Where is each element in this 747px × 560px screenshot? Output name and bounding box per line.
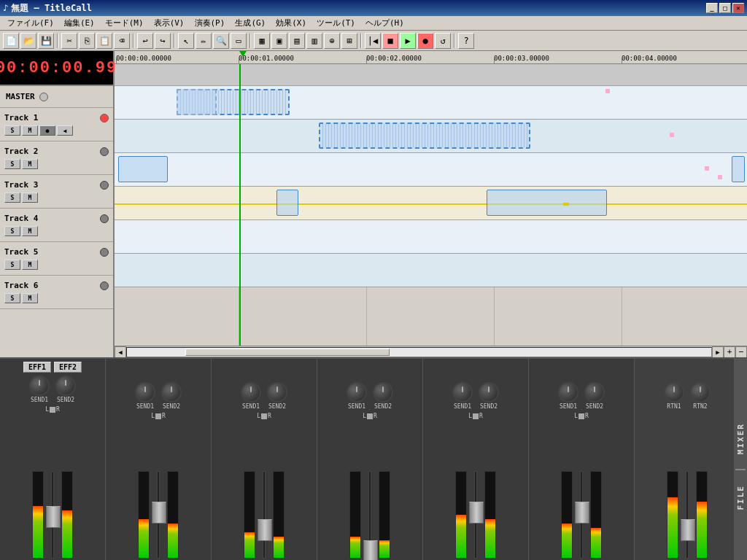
track-2-indicator[interactable] (100, 147, 109, 156)
track-3-solo[interactable]: S (4, 192, 20, 203)
maximize-button[interactable]: □ (719, 3, 731, 13)
track1-fader[interactable] (45, 471, 60, 559)
track1-send2-knob[interactable] (55, 376, 76, 396)
track-5-solo[interactable]: S (4, 260, 20, 270)
track1-fader-handle[interactable] (46, 506, 61, 528)
track6-fader[interactable] (574, 471, 589, 559)
track1-send1-knob[interactable] (29, 376, 50, 396)
zoom-in-button[interactable]: + (724, 346, 735, 358)
track-3-lane[interactable] (115, 153, 747, 187)
new-button[interactable]: 📄 (3, 33, 19, 49)
pan-slider-3[interactable] (263, 413, 265, 419)
track4-send1-knob[interactable] (347, 382, 367, 402)
cut-button[interactable]: ✂ (61, 33, 77, 49)
track-1-solo[interactable]: S (4, 125, 20, 136)
menu-mode[interactable]: モード(M) (101, 16, 148, 30)
help-button[interactable]: ? (458, 33, 474, 49)
menu-file[interactable]: ファイル(F) (3, 16, 58, 30)
scroll-left-button[interactable]: ◀ (115, 346, 126, 358)
track-4-mute[interactable]: M (22, 226, 38, 236)
track3-fader[interactable] (257, 471, 271, 559)
loop-button[interactable]: ↺ (435, 33, 451, 49)
eff2-button[interactable]: EFF2 (54, 362, 82, 373)
track6-send1-knob[interactable] (558, 382, 578, 402)
zoom-tool[interactable]: 🔍 (213, 33, 229, 49)
tool-5[interactable]: ⊕ (324, 33, 340, 49)
copy-button[interactable]: ⎘ (79, 33, 95, 49)
track-3-clip-2[interactable] (732, 156, 745, 182)
track3-send2-knob[interactable] (267, 382, 287, 402)
menu-effects[interactable]: 効果(X) (271, 16, 311, 30)
tool-1[interactable]: ▦ (254, 33, 270, 49)
track3-fader-handle[interactable] (258, 519, 272, 541)
menu-generate[interactable]: 生成(G) (231, 16, 270, 30)
master-lane[interactable] (115, 64, 747, 86)
track5-fader[interactable] (468, 471, 483, 559)
track-3-mute[interactable]: M (22, 192, 38, 203)
track5-send2-knob[interactable] (479, 382, 499, 402)
play-button[interactable]: ▶ (400, 33, 416, 49)
stop-button[interactable]: ■ (382, 33, 398, 49)
pan-slider-2[interactable] (158, 413, 159, 419)
tool-3[interactable]: ▤ (289, 33, 305, 49)
track-6-indicator[interactable] (100, 281, 109, 290)
track-4-indicator[interactable] (100, 214, 109, 223)
pan-slider-5[interactable] (475, 413, 476, 419)
track-6-solo[interactable]: S (4, 293, 20, 303)
menu-view[interactable]: 表示(V) (150, 16, 189, 30)
track2-fader-handle[interactable] (152, 502, 166, 524)
minimize-button[interactable]: _ (706, 3, 718, 13)
close-button[interactable]: ✕ (732, 3, 744, 13)
track5-send1-knob[interactable] (452, 382, 473, 402)
scroll-thumb[interactable] (185, 349, 390, 356)
scroll-right-button[interactable]: ▶ (712, 346, 724, 358)
track-3-clip-1[interactable] (118, 156, 168, 182)
tool-4[interactable]: ▥ (306, 33, 322, 49)
eff1-button[interactable]: EFF1 (23, 362, 51, 373)
paste-button[interactable]: 📋 (96, 33, 112, 49)
pan-slider-1[interactable] (52, 406, 53, 412)
track-1-mute[interactable]: M (22, 125, 38, 136)
pan-slider-6[interactable] (581, 413, 582, 419)
track-5-lane[interactable] (115, 220, 747, 254)
menu-edit[interactable]: 編集(E) (60, 16, 99, 30)
track-4-clip-1[interactable] (276, 190, 298, 216)
scroll-track[interactable] (126, 347, 712, 357)
track-1-lane[interactable] (115, 86, 747, 120)
track4-fader[interactable] (363, 471, 377, 559)
track-1-rec[interactable]: ● (39, 125, 55, 136)
track4-send2-knob[interactable] (373, 382, 393, 402)
timeline-ruler[interactable]: 00:00:00.00000 00:00:01.00000 00:00:02.0… (115, 51, 747, 64)
record-button[interactable]: ● (417, 33, 433, 49)
tool-6[interactable]: ⊞ (341, 33, 357, 49)
pan-slider-4[interactable] (369, 413, 371, 419)
track-4-solo[interactable]: S (4, 226, 20, 236)
track-5-mute[interactable]: M (22, 260, 38, 270)
track-3-indicator[interactable] (100, 181, 109, 190)
track4-fader-handle[interactable] (363, 540, 378, 560)
track-1-clip-2[interactable] (177, 89, 217, 115)
track-2-clip-1[interactable] (319, 122, 530, 149)
track-5-indicator[interactable] (100, 248, 109, 257)
track-6-mute[interactable]: M (22, 293, 38, 303)
master-fader[interactable] (680, 471, 694, 559)
track2-fader[interactable] (151, 471, 166, 559)
track-2-mute[interactable]: M (22, 159, 38, 169)
select-tool[interactable]: ↖ (178, 33, 194, 49)
redo-button[interactable]: ↪ (155, 33, 171, 49)
track6-fader-handle[interactable] (575, 502, 589, 524)
track-2-solo[interactable]: S (4, 159, 20, 169)
track5-fader-handle[interactable] (469, 502, 484, 524)
master-mute[interactable] (39, 93, 48, 101)
track-1-input[interactable]: ◀ (57, 125, 73, 136)
rewind-button[interactable]: |◀ (365, 33, 381, 49)
draw-tool[interactable]: ✏ (196, 33, 212, 49)
menu-play[interactable]: 演奏(P) (190, 16, 230, 30)
menu-tools[interactable]: ツール(T) (312, 16, 360, 30)
tool-2[interactable]: ▣ (271, 33, 287, 49)
track-4-clip-2[interactable] (487, 190, 607, 216)
menu-help[interactable]: ヘルプ(H) (361, 16, 409, 30)
track-6-lane[interactable] (115, 254, 747, 287)
save-button[interactable]: 💾 (38, 33, 54, 49)
track6-send2-knob[interactable] (584, 382, 605, 402)
